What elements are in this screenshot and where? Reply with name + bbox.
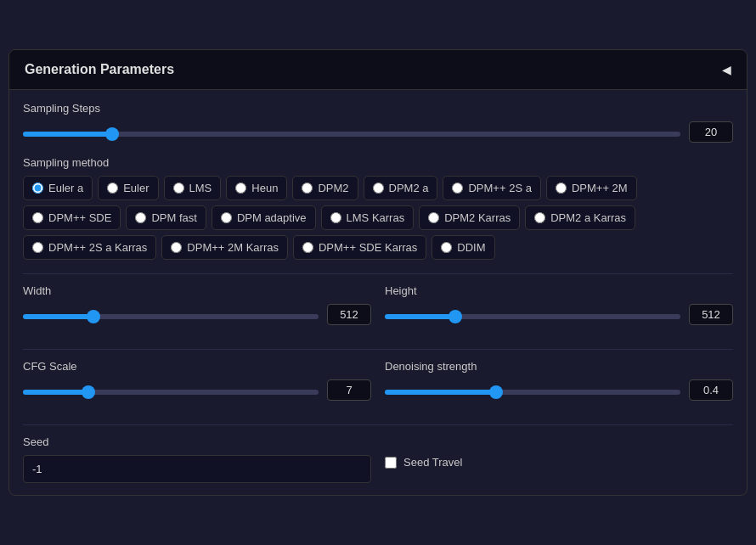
sampling-method-radio-dpm2[interactable] (302, 183, 313, 194)
sampling-method-option-dpm2_a[interactable]: DPM2 a (364, 176, 438, 200)
sampling-method-option-label-dpmpp_2m: DPM++ 2M (572, 182, 628, 194)
denoising-label: Denoising strength (385, 360, 733, 373)
sampling-method-radio-dpm2_a[interactable] (373, 183, 384, 194)
sampling-method-option-euler_a[interactable]: Euler a (23, 176, 93, 200)
denoising-slider-row: 0.4 (385, 379, 733, 401)
seed-travel-checkbox[interactable] (385, 457, 397, 469)
sampling-method-option-heun[interactable]: Heun (226, 176, 287, 200)
sampling-method-radio-dpm2_a_karras[interactable] (534, 212, 545, 223)
sampling-method-radio-lms_karras[interactable] (330, 212, 341, 223)
sampling-method-option-dpmpp_sde[interactable]: DPM++ SDE (23, 205, 121, 230)
sampling-method-option-label-lms_karras: LMS Karras (347, 211, 405, 224)
sampling-method-option-label-dpmpp_sde_karras: DPM++ SDE Karras (319, 241, 417, 254)
collapse-arrow-icon[interactable]: ◀ (722, 63, 731, 76)
sampling-method-option-lms_karras[interactable]: LMS Karras (321, 205, 415, 230)
sampling-method-option-dpm_adaptive[interactable]: DPM adaptive (212, 205, 316, 230)
sampling-method-option-dpm2[interactable]: DPM2 (292, 176, 358, 200)
sampling-method-radio-dpm_adaptive[interactable] (221, 212, 232, 223)
cfg-slider-container (23, 383, 319, 398)
height-slider-row: 512 (385, 304, 733, 325)
height-slider-container (385, 307, 680, 323)
cfg-slider-row: 7 (23, 379, 371, 401)
sampling-method-option-dpm2_karras[interactable]: DPM2 Karras (419, 205, 520, 230)
seed-input-container (23, 455, 371, 483)
width-section: Width 512 (23, 284, 371, 325)
width-slider-row: 512 (23, 304, 371, 325)
panel-body: Sampling Steps 20 Sampling method Euler … (9, 90, 747, 495)
sampling-method-option-dpm2_a_karras[interactable]: DPM2 a Karras (525, 205, 635, 230)
denoising-slider[interactable] (385, 390, 680, 395)
seed-right: Seed Travel (385, 435, 733, 469)
sampling-steps-slider[interactable] (23, 132, 680, 137)
sampling-method-radio-dpmpp_2m[interactable] (556, 183, 567, 194)
sampling-method-option-dpmpp_2m_karras[interactable]: DPM++ 2M Karras (161, 235, 288, 260)
panel-header: Generation Parameters ◀ (9, 50, 747, 90)
sampling-method-radio-dpmpp_sde[interactable] (32, 212, 43, 223)
denoising-slider-container (385, 383, 680, 398)
height-label: Height (385, 284, 733, 297)
seed-left: Seed (23, 435, 371, 483)
sampling-method-option-lms[interactable]: LMS (164, 176, 222, 200)
height-value: 512 (689, 304, 733, 325)
sampling-method-option-label-lms: LMS (189, 182, 212, 194)
sampling-steps-value: 20 (689, 121, 733, 143)
sampling-method-option-label-euler_a: Euler a (48, 182, 83, 194)
sampling-method-option-dpmpp_2s_a_karras[interactable]: DPM++ 2S a Karras (23, 235, 156, 260)
sampling-method-radio-ddim[interactable] (441, 242, 452, 253)
sampling-method-option-label-dpm_fast: DPM fast (151, 211, 196, 224)
seed-input[interactable] (23, 455, 371, 483)
sampling-method-radio-dpm_fast[interactable] (135, 212, 146, 223)
cfg-scale-value: 7 (327, 379, 371, 401)
sampling-method-radio-dpmpp_2m_karras[interactable] (171, 242, 182, 253)
sampling-steps-row: 20 (23, 121, 733, 143)
height-slider[interactable] (385, 314, 680, 319)
sampling-method-option-dpmpp_2m[interactable]: DPM++ 2M (546, 176, 637, 200)
seed-travel-label[interactable]: Seed Travel (403, 456, 462, 469)
sampling-method-option-label-ddim: DDIM (457, 241, 485, 254)
sampling-method-option-label-dpm2: DPM2 (318, 182, 348, 194)
width-slider-container (23, 307, 319, 323)
sampling-steps-label: Sampling Steps (23, 102, 733, 115)
sampling-method-option-label-dpm_adaptive: DPM adaptive (237, 211, 307, 224)
generation-parameters-panel: Generation Parameters ◀ Sampling Steps 2… (8, 49, 748, 496)
sampling-steps-slider-container (23, 125, 680, 140)
cfg-scale-label: CFG Scale (23, 360, 371, 373)
sampling-method-option-label-dpmpp_sde: DPM++ SDE (48, 211, 111, 224)
sampling-method-radio-heun[interactable] (235, 183, 246, 194)
sampling-method-radio-dpm2_karras[interactable] (428, 212, 439, 223)
sampling-method-radio-euler_a[interactable] (32, 183, 43, 194)
width-slider[interactable] (23, 314, 319, 319)
seed-label: Seed (23, 435, 371, 448)
denoising-section: Denoising strength 0.4 (385, 360, 733, 401)
sampling-steps-section: Sampling Steps 20 (23, 102, 733, 143)
height-section: Height 512 (385, 284, 733, 325)
width-label: Width (23, 284, 371, 297)
cfg-denoising-row: CFG Scale 7 Denoising strength 0.4 (23, 360, 733, 414)
sampling-method-option-label-heun: Heun (251, 182, 278, 194)
sampling-method-option-dpmpp_sde_karras[interactable]: DPM++ SDE Karras (293, 235, 426, 260)
sampling-method-radio-euler[interactable] (107, 183, 118, 194)
sampling-method-option-euler[interactable]: Euler (98, 176, 158, 200)
sampling-method-option-label-dpm2_a: DPM2 a (389, 182, 429, 194)
sampling-method-option-label-dpm2_a_karras: DPM2 a Karras (550, 211, 626, 224)
sampling-method-radio-lms[interactable] (173, 183, 184, 194)
sampling-method-option-dpm_fast[interactable]: DPM fast (126, 205, 206, 230)
sampling-method-option-label-dpm2_karras: DPM2 Karras (444, 211, 511, 224)
sampling-method-radio-dpmpp_sde_karras[interactable] (302, 242, 313, 253)
sampling-method-radio-dpmpp_2s_a_karras[interactable] (32, 242, 43, 253)
sampling-method-options: Euler aEulerLMSHeunDPM2DPM2 aDPM++ 2S aD… (23, 176, 733, 260)
panel-title: Generation Parameters (25, 62, 174, 77)
seed-section: Seed Seed Travel (23, 435, 733, 483)
sampling-method-option-ddim[interactable]: DDIM (432, 235, 494, 260)
denoising-value: 0.4 (689, 379, 733, 401)
sampling-method-radio-dpmpp_2s_a[interactable] (452, 183, 463, 194)
sampling-method-option-dpmpp_2s_a[interactable]: DPM++ 2S a (443, 176, 540, 200)
sampling-method-option-label-euler: Euler (123, 182, 149, 194)
sampling-method-option-label-dpmpp_2s_a_karras: DPM++ 2S a Karras (48, 241, 147, 254)
cfg-scale-slider[interactable] (23, 390, 319, 395)
sampling-method-label: Sampling method (23, 156, 733, 169)
width-value: 512 (327, 304, 371, 325)
sampling-method-option-label-dpmpp_2s_a: DPM++ 2S a (468, 182, 531, 194)
cfg-scale-section: CFG Scale 7 (23, 360, 371, 401)
sampling-method-option-label-dpmpp_2m_karras: DPM++ 2M Karras (187, 241, 279, 254)
